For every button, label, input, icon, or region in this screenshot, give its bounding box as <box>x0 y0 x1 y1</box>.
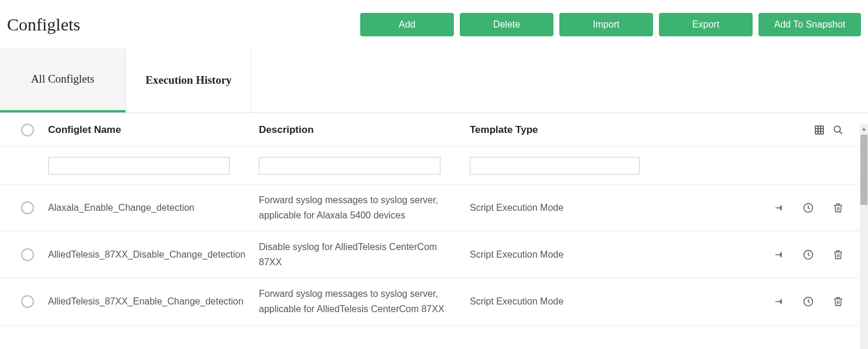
row-description: Forward syslog messages to syslog server… <box>259 286 470 316</box>
row-template-type: Script Execution Mode <box>470 294 651 309</box>
table-container: Configlet Name Description Template Type <box>0 113 868 349</box>
scroll-up-arrow-icon[interactable]: ▲ <box>860 124 868 132</box>
svg-rect-0 <box>815 126 823 134</box>
schedule-icon[interactable] <box>802 202 814 214</box>
svg-point-5 <box>834 126 840 132</box>
filter-description-input[interactable] <box>259 157 440 174</box>
delete-button[interactable]: Delete <box>460 13 553 36</box>
table-header-row: Configlet Name Description Template Type <box>0 113 868 147</box>
page-title: Configlets <box>7 15 80 35</box>
svg-line-6 <box>839 131 842 134</box>
row-template-type: Script Execution Mode <box>470 200 651 215</box>
execute-icon[interactable] <box>774 250 784 259</box>
filter-row <box>0 147 868 184</box>
row-select-checkbox[interactable] <box>21 201 34 214</box>
add-to-snapshot-button[interactable]: Add To Snapshot <box>758 13 861 36</box>
delete-icon[interactable] <box>833 296 843 307</box>
column-header-template-type[interactable]: Template Type <box>470 124 651 136</box>
add-button[interactable]: Add <box>360 13 454 36</box>
row-template-type: Script Execution Mode <box>470 247 651 262</box>
tab-bar: All Configlets Execution History <box>0 48 868 112</box>
tab-execution-history[interactable]: Execution History <box>126 48 252 112</box>
execute-icon[interactable] <box>774 203 784 213</box>
delete-icon[interactable] <box>833 249 843 260</box>
table-row: AlliedTelesis_87XX_Enable_Change_detecti… <box>0 278 868 325</box>
filter-template-type-input[interactable] <box>470 157 640 174</box>
row-select-checkbox[interactable] <box>21 295 34 308</box>
tab-all-configlets[interactable]: All Configlets <box>0 48 126 112</box>
scrollbar-thumb[interactable] <box>860 135 867 205</box>
filter-name-input[interactable] <box>48 157 230 174</box>
row-name[interactable]: AlliedTelesis_87XX_Enable_Change_detecti… <box>48 294 259 309</box>
search-icon[interactable] <box>833 125 843 135</box>
table-row: AlliedTelesis_87XX_Disable_Change_detect… <box>0 231 868 278</box>
column-header-description[interactable]: Description <box>259 124 470 136</box>
action-bar: Add Delete Import Export Add To Snapshot <box>360 13 861 36</box>
row-name[interactable]: AlliedTelesis_87XX_Disable_Change_detect… <box>48 247 259 262</box>
schedule-icon[interactable] <box>802 249 814 261</box>
columns-icon[interactable] <box>814 125 825 135</box>
select-all-checkbox[interactable] <box>21 124 34 136</box>
column-header-name[interactable]: Configlet Name <box>48 124 259 136</box>
row-description: Disable syslog for AlliedTelesis CenterC… <box>259 239 470 269</box>
tabs-fill <box>252 48 868 112</box>
execute-icon[interactable] <box>774 297 784 306</box>
import-button[interactable]: Import <box>559 13 653 36</box>
delete-icon[interactable] <box>833 203 843 213</box>
table-row: Alaxala_Enable_Change_detection Forward … <box>0 184 868 231</box>
scrollbar-track[interactable]: ▲ <box>860 124 868 349</box>
export-button[interactable]: Export <box>659 13 753 36</box>
row-description: Forward syslog messages to syslog server… <box>259 193 470 223</box>
schedule-icon[interactable] <box>802 296 814 307</box>
row-select-checkbox[interactable] <box>21 248 34 261</box>
row-name[interactable]: Alaxala_Enable_Change_detection <box>48 200 259 215</box>
